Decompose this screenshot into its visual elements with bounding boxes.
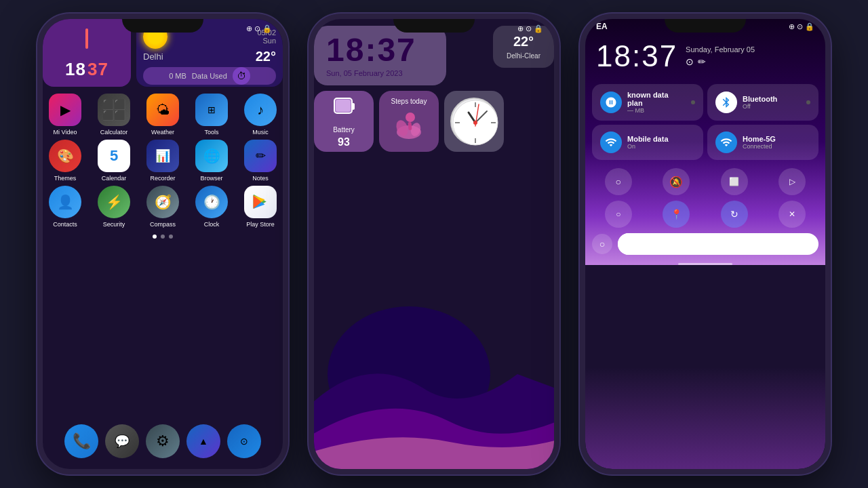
app-recorder[interactable]: 📊 Recorder [140,140,185,182]
compass-label: Compass [150,221,176,228]
svg-rect-1 [352,103,355,110]
analog-clock [450,98,498,145]
tile-data-on[interactable]: Mobile data On [592,125,703,160]
toggle-screenshot[interactable]: ⬜ [708,168,761,195]
p3-status-bar: EA ⊕ ⊙ 🔒 [585,19,825,34]
tile-wifi[interactable]: Home-5G Connected [707,125,818,160]
svg-rect-7 [408,121,412,129]
app-notes[interactable]: ✏ Notes [238,140,283,182]
tile-mobile-dot [691,100,695,104]
mivideo-label: Mi Video [54,129,77,136]
app-grid: ▶ Mi Video ⬛⬛⬛⬛ Calculator 🌤 Weather ⊞ T… [43,94,283,228]
p2-time: 18:37 [326,34,434,66]
app-weather[interactable]: 🌤 Weather [140,94,185,136]
dock-settings[interactable]: ⚙ [146,424,180,458]
minute-display: 37 [87,59,108,80]
toggle-rotation[interactable]: ↻ [708,201,761,228]
app-calendar[interactable]: 5 Calendar [92,140,136,182]
app-clock[interactable]: 🕐 Clock [189,186,234,228]
weather-label: Weather [151,129,174,136]
app-security[interactable]: ⚡ Security [92,186,136,228]
status-icons-2: ⊕ ⊙ 🔒 [517,24,543,33]
page-dots [43,235,283,239]
hour-display: 18 [65,59,86,80]
playstore-label: Play Store [246,221,275,228]
dock-miui[interactable]: ⊙ [227,424,261,458]
data-label: Data Used [192,72,227,80]
themes-label: Themes [54,175,77,182]
app-music[interactable]: ♪ Music [238,94,283,136]
temp-label: 22° [256,49,276,64]
p2-top-row: 18:37 Sun, 05 February 2023 22° Delhi-Cl… [314,26,554,85]
contacts-label: Contacts [53,221,77,228]
phone-2: ⊕ ⊙ 🔒 18:37 Sun, 05 February 2023 22° De… [309,14,559,474]
quick-toggles: known data plan — MB Bluetooth Off [585,79,825,165]
sun-icon [143,24,167,49]
toggle-dnd[interactable]: 🔕 [650,168,703,195]
wifi-sub: Connected [743,143,810,150]
app-mivideo[interactable]: ▶ Mi Video [43,94,87,136]
toggle-flashlight[interactable]: ○ [592,168,645,195]
p3-edit-icon: ✏ [698,56,706,67]
data-widget: 0 MB Data Used ⏱ [143,67,276,85]
cast-icon: ▷ [778,168,806,195]
app-playstore[interactable]: Play Store [238,186,283,228]
toggle-cast[interactable]: ▷ [766,168,819,195]
location-icon: 📍 [663,201,690,228]
time-bar-icon [85,28,88,49]
p2-city: Delhi-Clear [501,52,546,60]
wifi-icon [715,131,737,153]
app-tools[interactable]: ⊞ Tools [189,94,234,136]
tile-bluetooth[interactable]: Bluetooth Off [707,84,818,121]
tile-mobile-name: known data plan [627,91,684,107]
bluetooth-icon [715,92,737,113]
bluetooth-name: Bluetooth [743,95,800,103]
app-compass[interactable]: 🧭 Compass [140,186,185,228]
playstore-icon [244,186,277,218]
steps-label: Steps today [391,98,427,105]
toggle-grid-2: ○ 📍 ↻ ✕ [585,198,825,230]
dock-phone[interactable]: 📞 [64,424,98,458]
music-icon: ♪ [244,94,277,126]
app-calculator[interactable]: ⬛⬛⬛⬛ Calculator [92,94,136,136]
mivideo-icon: ▶ [49,94,81,126]
data-on-icon [600,131,622,153]
city-label: Delhi [143,52,163,62]
p2-battery-widget: Battery 93 [314,91,374,152]
tools-label: Tools [204,129,218,136]
music-label: Music [252,129,269,136]
compass-icon: 🧭 [146,186,179,218]
flashlight-icon: ○ [605,168,632,195]
mobile-data-icon [600,92,622,113]
brightness-slider[interactable] [618,233,818,255]
p3-date: Sunday, February 05 [686,45,755,54]
app-contacts[interactable]: 👤 Contacts [43,186,87,228]
bluetooth-sub: Off [743,103,800,110]
more-icon: ✕ [778,201,806,228]
data-on-sub: On [627,143,695,150]
browser-label: Browser [200,175,222,182]
calendar-label: Calendar [102,175,127,182]
dnd-icon: 🔕 [663,168,690,195]
screenshot-icon: ⬜ [721,168,748,195]
clock-icon: 🕐 [195,186,228,218]
p2-steps-widget: Steps today [379,91,439,152]
app-browser[interactable]: 🌐 Browser [189,140,234,182]
app-themes[interactable]: 🎨 Themes [43,140,87,182]
dock-mi[interactable]: ▲ [186,424,220,458]
battery-label: Battery [333,126,355,134]
status-icons-1: ⊕ ⊙ 🔒 [246,24,272,33]
toggle-more[interactable]: ✕ [766,201,819,228]
svg-point-6 [406,113,415,122]
dock-messages[interactable]: 💬 [105,424,139,458]
tile-mobile-data[interactable]: known data plan — MB [592,84,703,121]
p2-clock-widget [444,91,504,152]
toggle-location[interactable]: 📍 [650,201,703,228]
toggle-battery[interactable]: ○ [592,201,645,228]
rotation-icon: ↻ [721,201,748,228]
recorder-icon: 📊 [146,140,179,172]
data-on-name: Mobile data [627,135,695,143]
clock-label: Clock [204,221,220,228]
contacts-icon: 👤 [49,186,81,218]
security-label: Security [103,221,125,228]
